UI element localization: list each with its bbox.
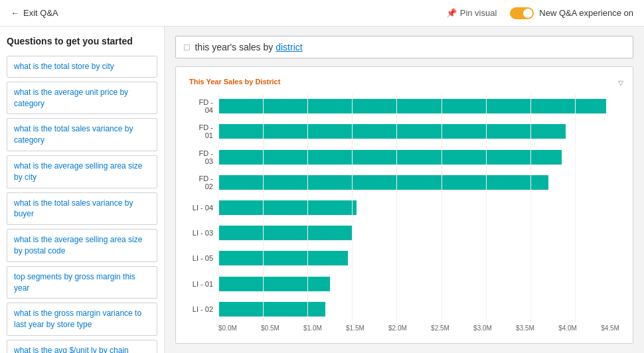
top-bar-right: 📌 Pin visual New Q&A experience on (446, 7, 633, 19)
x-axis-label: $3.0M (473, 324, 492, 332)
bar-track (218, 119, 619, 144)
x-axis-label: $2.0M (388, 324, 407, 332)
bar-fill (218, 226, 352, 240)
search-highlight: district (276, 42, 302, 52)
bar-track (218, 170, 619, 195)
bar-chart: FD - 04FD - 01FD - 03FD - 02LI - 04LI - … (189, 94, 619, 322)
x-axis-label: $4.0M (558, 324, 577, 332)
pin-icon: 📌 (446, 8, 457, 18)
x-axis-label: $0.5M (261, 324, 280, 332)
bar-fill (218, 302, 325, 317)
bar-label: LI - 02 (189, 305, 218, 313)
top-bar: ← Exit Q&A 📌 Pin visual New Q&A experien… (0, 0, 644, 27)
x-axis-label: $3.5M (516, 324, 534, 332)
sidebar-item-6[interactable]: what is the average selling area size by… (7, 229, 157, 262)
bar-row: LI - 05 (189, 246, 619, 271)
search-text: this year's sales by district (195, 42, 302, 52)
bar-track (218, 297, 619, 322)
main-layout: Questions to get you started what is the… (0, 27, 644, 353)
bar-row: FD - 02 (189, 170, 619, 195)
toggle-label: New Q&A experience on (539, 8, 633, 18)
bar-fill (218, 175, 548, 190)
bar-fill (218, 150, 562, 165)
bar-track (218, 195, 619, 220)
bar-row: FD - 04 (189, 94, 619, 119)
filter-icon[interactable]: ▿ (618, 76, 623, 89)
bar-row: LI - 03 (189, 220, 619, 246)
sidebar-item-7[interactable]: top segments by gross margin this year (7, 266, 157, 299)
search-prefix: this year's sales by (195, 42, 276, 52)
chat-icon: □ (184, 42, 189, 52)
bar-row: LI - 04 (189, 195, 619, 220)
bar-row: FD - 01 (189, 119, 619, 144)
search-bar[interactable]: □ this year's sales by district (175, 36, 633, 58)
sidebar-item-1[interactable]: what is the total store by city (7, 56, 157, 78)
sidebar-item-2[interactable]: what is the average unit price by catego… (7, 82, 157, 115)
bar-fill (218, 99, 606, 113)
x-axis-label: $0.0M (218, 324, 237, 332)
exit-label: Exit Q&A (23, 8, 58, 18)
x-axis-label: $4.5M (601, 324, 619, 332)
x-axis-label: $1.0M (303, 324, 322, 332)
pin-label: Pin visual (460, 8, 497, 18)
bar-row: LI - 02 (189, 297, 619, 322)
bar-row: LI - 01 (189, 271, 619, 297)
toggle-group: New Q&A experience on (510, 7, 633, 19)
bar-label: LI - 03 (189, 229, 218, 237)
x-axis: $0.0M$0.5M$1.0M$1.5M$2.0M$2.5M$3.0M$3.5M… (218, 324, 619, 332)
sidebar-item-3[interactable]: what is the total sales variance by cate… (7, 118, 157, 151)
x-axis-label: $1.5M (346, 324, 364, 332)
bar-label: FD - 03 (189, 149, 218, 165)
sidebar: Questions to get you started what is the… (0, 27, 165, 353)
new-experience-toggle[interactable] (510, 7, 534, 19)
exit-icon: ← (11, 8, 19, 18)
bar-label: FD - 02 (189, 175, 218, 190)
bar-label: FD - 04 (189, 98, 218, 114)
bar-label: LI - 04 (189, 204, 218, 212)
content-area: □ this year's sales by district This Yea… (165, 27, 644, 353)
bar-row: FD - 03 (189, 144, 619, 169)
bar-track (218, 94, 619, 119)
bar-track (218, 144, 619, 169)
chart-title: This Year Sales by District (189, 78, 619, 86)
bar-fill (218, 277, 330, 291)
bar-label: LI - 01 (189, 280, 218, 288)
sidebar-title: Questions to get you started (7, 36, 157, 46)
sidebar-item-5[interactable]: what is the total sales variance by buye… (7, 192, 157, 226)
bar-track (218, 271, 619, 297)
bar-label: LI - 05 (189, 254, 218, 262)
bar-track (218, 246, 619, 271)
sidebar-item-9[interactable]: what is the avg $/unit ly by chain (7, 340, 157, 353)
pin-visual-button[interactable]: 📌 Pin visual (446, 8, 497, 18)
exit-qna-button[interactable]: ← Exit Q&A (11, 8, 58, 18)
x-axis-label: $2.5M (431, 324, 449, 332)
sidebar-item-8[interactable]: what is the gross margin variance to las… (7, 303, 157, 336)
bar-fill (218, 200, 357, 215)
bar-track (218, 220, 619, 246)
bar-label: FD - 01 (189, 123, 218, 139)
bar-fill (218, 251, 348, 265)
bar-fill (218, 124, 566, 139)
chart-container: This Year Sales by District ▿ FD - 04FD … (175, 66, 633, 344)
sidebar-item-4[interactable]: what is the average selling area size by… (7, 155, 157, 188)
